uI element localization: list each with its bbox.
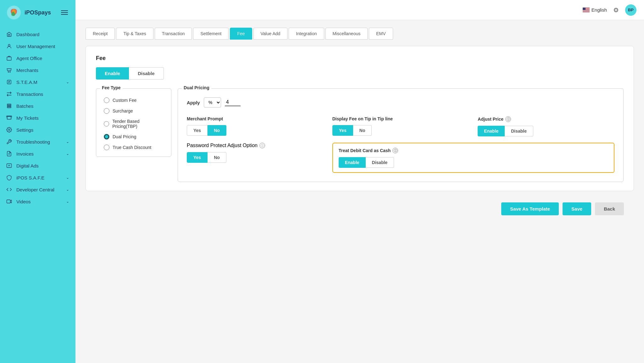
language-label: English: [591, 7, 607, 13]
bottom-actions: Save As Template Save Back: [86, 197, 634, 220]
svg-rect-19: [583, 11, 590, 11]
save-button[interactable]: Save: [563, 202, 591, 215]
language-selector[interactable]: English: [583, 7, 607, 13]
avatar-initials: BP: [628, 8, 634, 12]
sidebar-item-label: Dashboard: [16, 32, 39, 37]
sidebar-item-troubleshooting[interactable]: Troubleshooting ⌄: [0, 136, 75, 148]
radio-tbp[interactable]: Tender Based Pricing(TBP): [104, 119, 164, 129]
radio-surcharge[interactable]: Surcharge: [104, 108, 164, 114]
apply-row: Apply %: [187, 97, 614, 107]
sidebar-item-videos[interactable]: Videos ⌄: [0, 195, 75, 207]
invoice-icon: [6, 151, 12, 157]
display-fee-yes-button[interactable]: Yes: [332, 125, 353, 136]
treat-debit-enable-button[interactable]: Enable: [339, 157, 366, 168]
adjust-price-section: Adjust Price ⓘ Enable Disable: [478, 116, 614, 136]
sidebar-item-label: Invoices: [16, 151, 34, 157]
sidebar-item-merchants[interactable]: Merchants: [0, 64, 75, 76]
tab-transaction[interactable]: Transaction: [155, 28, 192, 40]
display-fee-section: Display Fee on Tip in Tip line Yes No: [332, 116, 469, 136]
page-body: Receipt Tip & Taxes Transaction Settleme…: [75, 20, 644, 363]
tab-fee[interactable]: Fee: [230, 28, 252, 40]
sidebar-item-transactions[interactable]: Transactions: [0, 88, 75, 100]
radio-surcharge-input[interactable]: [104, 108, 109, 114]
password-protect-yes-no: Yes No: [187, 152, 324, 163]
tab-tip-taxes[interactable]: Tip & Taxes: [116, 28, 153, 40]
steam-icon: [6, 79, 12, 85]
tab-miscellaneous[interactable]: Miscellaneous: [325, 28, 368, 40]
adjust-price-disable-button[interactable]: Disable: [505, 126, 533, 136]
tab-receipt[interactable]: Receipt: [86, 28, 115, 40]
home-icon: [6, 31, 12, 37]
adjust-price-enable-button[interactable]: Enable: [478, 126, 505, 136]
adjust-price-info-icon[interactable]: ⓘ: [505, 116, 511, 122]
save-as-template-button[interactable]: Save As Template: [501, 202, 559, 215]
apply-unit-select[interactable]: %: [204, 97, 221, 107]
sidebar-item-batches[interactable]: Batches: [0, 100, 75, 112]
hamburger-icon: [61, 10, 68, 15]
svg-rect-20: [583, 12, 590, 12]
hamburger-button[interactable]: [60, 9, 69, 16]
sidebar-item-label: Agent Office: [16, 56, 42, 61]
merchant-prompt-no-button[interactable]: No: [208, 125, 226, 136]
display-fee-title: Display Fee on Tip in Tip line: [332, 116, 469, 121]
radio-true-cash-discount[interactable]: True Cash Discount: [104, 145, 164, 150]
radio-custom-fee[interactable]: Custom Fee: [104, 97, 164, 103]
app-logo-text: iPOSpays: [25, 9, 51, 16]
tab-settlement[interactable]: Settlement: [193, 28, 229, 40]
transaction-icon: [6, 91, 12, 97]
tab-value-add[interactable]: Value Add: [253, 28, 288, 40]
sidebar-item-label: S.T.E.A.M: [16, 80, 37, 85]
sidebar-item-steam[interactable]: S.T.E.A.M ⌄: [0, 76, 75, 88]
password-protect-title-row: Password Protect Adjust Option ⓘ: [187, 143, 324, 148]
radio-custom-fee-input[interactable]: [104, 97, 109, 103]
tab-integration[interactable]: Integration: [289, 28, 324, 40]
fee-card-title: Fee: [96, 55, 624, 62]
treat-debit-info-icon[interactable]: ⓘ: [392, 148, 398, 153]
sidebar-item-user-management[interactable]: User Management: [0, 40, 75, 52]
treat-debit-disable-button[interactable]: Disable: [366, 157, 394, 168]
treat-debit-section: Treat Debit Card as Cash ⓘ Enable Disabl…: [332, 143, 614, 173]
password-protect-info-icon[interactable]: ⓘ: [259, 143, 265, 148]
fee-enable-button[interactable]: Enable: [96, 67, 129, 80]
sidebar-item-settings[interactable]: Settings: [0, 124, 75, 136]
display-fee-yes-no: Yes No: [332, 125, 469, 136]
radio-dual-pricing[interactable]: Dual Pricing: [104, 134, 164, 140]
radio-dual-pricing-input[interactable]: [104, 134, 109, 140]
merchant-prompt-yes-button[interactable]: Yes: [187, 125, 208, 136]
password-protect-yes-button[interactable]: Yes: [187, 152, 208, 163]
radio-custom-fee-label: Custom Fee: [113, 98, 136, 103]
sidebar: iPOSpays Dashboard User Management Agent…: [0, 0, 75, 363]
svg-rect-2: [7, 57, 11, 60]
sidebar-item-invoices[interactable]: Invoices ⌄: [0, 148, 75, 160]
sidebar-item-ipos-safe[interactable]: iPOS S.A.F.E ⌄: [0, 172, 75, 184]
apply-value-input[interactable]: [225, 99, 241, 106]
user-icon: [6, 43, 12, 49]
svg-rect-12: [7, 164, 12, 168]
sidebar-item-developer-central[interactable]: Developer Central ⌄: [0, 184, 75, 195]
merchant-prompt-title: Merchant Prompt: [187, 116, 324, 121]
chevron-down-icon: ⌄: [66, 151, 69, 156]
sidebar-item-my-tickets[interactable]: My Tickets: [0, 112, 75, 124]
chevron-down-icon: ⌄: [66, 80, 69, 84]
sidebar-item-label: Digital Ads: [16, 163, 39, 168]
sidebar-item-agent-office[interactable]: Agent Office: [0, 52, 75, 64]
back-button[interactable]: Back: [595, 202, 624, 215]
sidebar-item-dashboard[interactable]: Dashboard: [0, 28, 75, 40]
sidebar-item-digital-ads[interactable]: Digital Ads: [0, 160, 75, 172]
fee-type-box: Fee Type Custom Fee Surcharge Tender: [96, 88, 171, 157]
dual-pricing-grid: Merchant Prompt Yes No Display Fee on Ti…: [187, 116, 614, 173]
radio-true-cash-discount-input[interactable]: [104, 145, 109, 150]
enable-disable-row: Enable Disable: [96, 67, 624, 80]
sidebar-item-label: iPOS S.A.F.E: [16, 175, 44, 180]
password-protect-no-button[interactable]: No: [208, 152, 226, 163]
display-fee-no-button[interactable]: No: [353, 125, 372, 136]
video-icon: [6, 199, 12, 204]
treat-debit-title: Treat Debit Card as Cash: [339, 148, 391, 153]
fee-disable-button[interactable]: Disable: [129, 67, 164, 80]
svg-rect-6: [7, 104, 11, 105]
fee-type-legend: Fee Type: [100, 85, 123, 90]
gear-button[interactable]: ⚙: [612, 5, 620, 15]
avatar-button[interactable]: BP: [625, 4, 636, 16]
radio-tbp-input[interactable]: [104, 121, 109, 127]
tab-emv[interactable]: EMV: [369, 28, 393, 40]
